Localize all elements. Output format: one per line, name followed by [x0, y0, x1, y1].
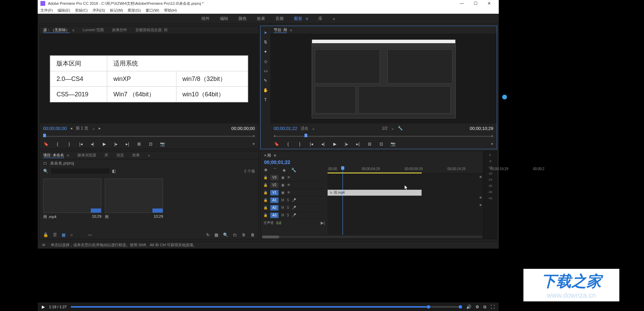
- page-dropdown-icon[interactable]: ⌄: [92, 126, 95, 131]
- menu-marker[interactable]: 标记(M): [110, 8, 123, 13]
- program-fit[interactable]: 适合: [301, 126, 308, 131]
- tab-audio-mixer[interactable]: 音频剪辑混合器: 用: [135, 27, 168, 33]
- mute-icon[interactable]: M: [281, 206, 284, 210]
- hand-tool-icon[interactable]: ✋: [262, 87, 269, 93]
- track-label[interactable]: A3: [270, 213, 278, 218]
- work-area-bar[interactable]: [327, 172, 422, 174]
- video-progress-track[interactable]: [71, 306, 462, 308]
- freeform-view-icon[interactable]: ○: [70, 232, 73, 237]
- track-label[interactable]: V3: [270, 175, 278, 180]
- menu-window[interactable]: 窗口(W): [146, 8, 159, 13]
- workspace-overflow-icon[interactable]: »: [333, 16, 335, 21]
- play-icon[interactable]: ▶: [101, 141, 107, 147]
- step-fwd-icon[interactable]: |▸: [344, 141, 349, 147]
- lock-icon[interactable]: 🔒: [263, 176, 268, 179]
- workspace-editing[interactable]: 编辑: [220, 16, 228, 22]
- new-bin-icon[interactable]: 🗀: [233, 232, 237, 237]
- mute-icon[interactable]: M: [281, 213, 284, 217]
- timeline-ruler[interactable]: ;00;00 00;00;04;29 00;00;09;29 00;00;14;…: [327, 166, 483, 174]
- wrench-icon[interactable]: 🔧: [398, 126, 403, 131]
- source-add-button-icon[interactable]: +: [252, 142, 255, 146]
- workspace-assembly[interactable]: 组件: [201, 16, 210, 22]
- settings-icon[interactable]: 🔧: [291, 168, 296, 172]
- toggle-output-icon[interactable]: ▣: [281, 176, 284, 179]
- bin-item[interactable]: 用 .mp4 10;29: [43, 179, 101, 227]
- track-label[interactable]: V1: [270, 190, 278, 195]
- automate-icon[interactable]: ▦: [214, 232, 218, 237]
- lane-a2[interactable]: [327, 204, 483, 212]
- bin-item[interactable]: 用 10;29: [105, 179, 163, 227]
- tab-project[interactable]: 项目: 未命名: [43, 153, 64, 158]
- tab-sequence-menu-icon[interactable]: ≡: [274, 153, 276, 157]
- pen-tool-icon[interactable]: ◇: [262, 58, 269, 64]
- mark-in-icon[interactable]: {: [285, 141, 291, 147]
- tab-program[interactable]: 节目: 用: [274, 27, 287, 33]
- step-back-icon[interactable]: ◂|: [90, 141, 95, 147]
- volume-icon[interactable]: 🔊: [466, 304, 471, 309]
- voice-icon[interactable]: 🎤: [292, 213, 296, 217]
- tab-effects[interactable]: 效果: [132, 153, 140, 158]
- toggle-sync-icon[interactable]: 👁: [287, 191, 290, 194]
- tab-program-menu-icon[interactable]: ≡: [290, 28, 292, 32]
- graphics-handle-icon[interactable]: [502, 95, 507, 99]
- workspace-audio[interactable]: 音频: [275, 16, 284, 22]
- voice-icon[interactable]: 🎤: [292, 206, 296, 210]
- timeline-timecode[interactable]: 00;00;01;22: [264, 159, 290, 165]
- toggle-output-icon[interactable]: ▣: [281, 191, 284, 194]
- export-frame-icon[interactable]: 📷: [160, 141, 165, 147]
- solo-icon[interactable]: S: [287, 206, 289, 210]
- lane-a3[interactable]: [327, 212, 483, 219]
- go-out-icon[interactable]: ▸|: [355, 141, 361, 147]
- tab-info[interactable]: 信息: [116, 153, 124, 158]
- zoom-dropdown-icon[interactable]: ⌄: [391, 126, 394, 131]
- sort-icon[interactable]: ↻: [206, 232, 210, 237]
- extract-icon[interactable]: ⊡: [379, 141, 384, 147]
- align-tool-icon[interactable]: ✦: [262, 49, 269, 55]
- tab-source[interactable]: 源：（无剪辑）: [43, 27, 70, 33]
- fit-dropdown-icon[interactable]: ⌄: [312, 126, 315, 131]
- source-scrubber[interactable]: [43, 133, 255, 139]
- marker-icon[interactable]: ◈: [283, 168, 286, 172]
- vertical-type-tool-icon[interactable]: ⇅: [262, 39, 269, 45]
- minimize-button[interactable]: —: [455, 1, 469, 6]
- ellipse-tool-icon[interactable]: ✎: [262, 77, 269, 84]
- type-tool-icon[interactable]: T: [262, 97, 269, 103]
- insert-icon[interactable]: ⊞: [136, 141, 142, 147]
- pip-icon[interactable]: ⧉: [483, 304, 486, 309]
- tab-media-browser[interactable]: 媒体浏览器: [77, 153, 96, 158]
- go-out-icon[interactable]: ▸|: [125, 141, 130, 147]
- video-play-icon[interactable]: ▶: [42, 304, 45, 309]
- new-item-icon[interactable]: 🗎: [242, 232, 246, 237]
- master-meter-icon[interactable]: ▶|: [321, 220, 325, 225]
- zoom-slider[interactable]: —: [88, 232, 92, 237]
- icon-view-icon[interactable]: ▦: [62, 232, 65, 237]
- lane-master[interactable]: [327, 219, 483, 227]
- settings-icon[interactable]: ⚙: [475, 304, 479, 309]
- workspace-color[interactable]: 颜色: [238, 16, 247, 22]
- go-in-icon[interactable]: |◂: [78, 141, 84, 147]
- tab-project-menu-icon[interactable]: ≡: [67, 153, 69, 157]
- menu-clip[interactable]: 剪辑(C): [75, 8, 88, 13]
- tab-library[interactable]: 库: [104, 153, 108, 158]
- step-back-icon[interactable]: ◂|: [320, 141, 326, 147]
- track-label[interactable]: V2: [270, 182, 278, 188]
- tab-effect-controls[interactable]: 效果控件: [112, 27, 127, 33]
- rectangle-tool-icon[interactable]: ▭: [262, 68, 269, 74]
- lock-icon[interactable]: 🔒: [263, 191, 268, 194]
- mark-out-icon[interactable]: }: [66, 141, 72, 147]
- tab-source-menu-icon[interactable]: ≡: [72, 28, 74, 32]
- timeline-hscroll[interactable]: [262, 235, 482, 239]
- lane-a1[interactable]: [327, 196, 483, 204]
- video-end-handle[interactable]: [459, 305, 462, 309]
- master-value[interactable]: 0.0: [276, 221, 281, 225]
- go-in-icon[interactable]: |◂: [309, 141, 314, 147]
- timeline-tracks-area[interactable]: ;00;00 00;00;04;29 00;00;09;29 00;00;14;…: [327, 166, 483, 235]
- step-fwd-icon[interactable]: |▸: [113, 141, 119, 147]
- project-search-input[interactable]: [51, 168, 109, 174]
- toggle-sync-icon[interactable]: 👁: [287, 176, 290, 179]
- tab-lumetri[interactable]: Lumetri 范围: [83, 27, 104, 33]
- source-page[interactable]: 第 1 页: [76, 125, 88, 131]
- tab-overflow-icon[interactable]: »: [148, 153, 150, 157]
- page-prev-icon[interactable]: ◂: [70, 126, 72, 131]
- program-add-button-icon[interactable]: +: [491, 142, 493, 146]
